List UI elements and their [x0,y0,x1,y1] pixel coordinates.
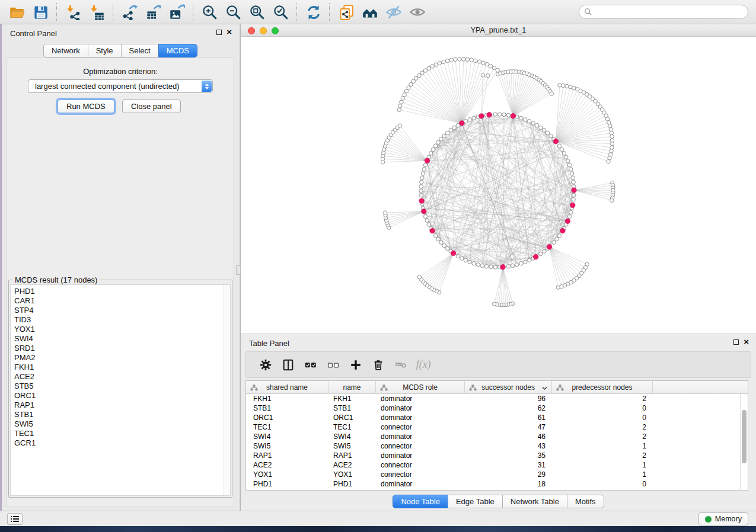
column-header-predecessor-nodes[interactable]: predecessor nodes [552,381,653,394]
panel-menu-button[interactable] [7,513,23,525]
close-panel-icon[interactable]: × [227,28,232,36]
delete-columns-icon [394,358,407,371]
cell-name: ORC1 [328,413,376,422]
gear-button[interactable] [254,354,277,376]
result-list-item[interactable]: SWI4 [14,334,230,344]
table-row[interactable]: ACE2ACE2connector311 [246,460,748,470]
float-table-panel-icon[interactable] [733,339,739,345]
table-row[interactable]: YOX1YOX1connector291 [246,470,748,479]
result-list-item[interactable]: STB1 [14,410,230,419]
result-list-item[interactable]: PMA2 [14,353,230,363]
close-table-panel-icon[interactable]: × [744,338,749,345]
tab-edge-table[interactable]: Edge Table [448,495,503,508]
column-header-MCDS-role[interactable]: MCDS role [376,381,465,394]
run-mcds-button[interactable]: Run MCDS [58,100,114,113]
result-list-item[interactable]: SRD1 [14,344,230,353]
duplicate-network-button[interactable] [334,2,358,22]
import-table-button[interactable] [85,2,109,22]
result-list-item[interactable]: STB5 [14,382,230,391]
zoom-selected-button[interactable] [269,2,292,22]
tab-network[interactable]: Network [43,44,88,57]
split-columns-button[interactable] [277,354,299,376]
cell-predecessor-nodes: 2 [552,422,653,432]
network-window-titlebar[interactable]: YPA_prune.txt_1 [241,24,756,37]
column-header-successor-nodes[interactable]: successor nodes [465,381,552,394]
search-box[interactable] [579,5,748,19]
table-row[interactable]: SWI5SWI5connector431 [246,441,748,451]
cell-MCDS-role: dominator [376,432,465,441]
cell-successor-nodes: 18 [465,479,552,489]
table-row[interactable]: FKH1FKH1dominator962 [246,394,748,403]
criterion-select[interactable]: largest connected component (undirected) [28,79,213,93]
cell-successor-nodes: 61 [465,413,552,422]
split-columns-icon [282,358,295,371]
column-header-shared-name[interactable]: shared name [246,381,328,394]
result-list-item[interactable]: TEC1 [14,429,230,438]
result-list-item[interactable]: CAR1 [14,296,230,306]
export-table-button[interactable] [141,2,165,22]
table-scrollbar-thumb[interactable] [742,410,747,463]
tab-node-table[interactable]: Node Table [393,495,448,508]
result-list-item[interactable]: YOX1 [14,325,230,334]
deselect-all-button[interactable] [322,354,344,376]
mcds-result-groupbox: MCDS result (17 nodes) PHD1CAR1STP4TID3Y… [8,275,232,498]
result-list-scrollbar[interactable] [224,285,230,495]
zoom-out-button[interactable] [221,2,245,22]
hide-selected-button[interactable] [381,2,405,22]
first-neighbors-button[interactable] [358,2,381,22]
node-table: shared namenameMCDS rolesuccessor nodesp… [245,380,748,491]
zoom-fit-button[interactable] [245,2,269,22]
refresh-layout-button[interactable] [301,2,325,22]
result-list-item[interactable]: TID3 [14,315,230,325]
result-list-item[interactable]: GCR1 [14,438,230,448]
search-input[interactable] [592,6,748,18]
show-all-button[interactable] [405,2,429,22]
table-row[interactable]: ORC1ORC1dominator610 [246,413,748,422]
table-row[interactable]: SWI4SWI4dominator462 [246,432,748,441]
export-network-button[interactable] [117,2,141,22]
cell-name: SWI4 [328,432,376,441]
tab-style[interactable]: Style [88,44,122,57]
export-image-button[interactable] [165,2,189,22]
result-list-item[interactable]: ORC1 [14,391,230,400]
import-network-button[interactable] [61,2,85,22]
export-table-icon [145,4,161,20]
table-row[interactable]: TEC1TEC1connector472 [246,422,748,432]
network-canvas[interactable] [241,37,756,334]
cell-predecessor-nodes: 1 [552,460,653,470]
delete-row-button[interactable] [367,354,390,376]
tree-icon [469,384,477,392]
splitter-grip[interactable] [236,265,241,275]
first-neighbors-icon [362,4,378,20]
tab-select[interactable]: Select [121,44,159,57]
result-list-item[interactable]: FKH1 [14,363,230,372]
add-row-button[interactable] [344,354,367,376]
table-row[interactable]: PHD1PHD1dominator180 [246,479,748,489]
tab-motifs[interactable]: Motifs [567,495,604,508]
close-panel-button[interactable]: Close panel [122,100,181,113]
select-spinner-icon [202,81,212,92]
save-session-button[interactable] [28,2,52,22]
tab-network-table[interactable]: Network Table [502,495,567,508]
zoom-in-button[interactable] [197,2,221,22]
result-list-item[interactable]: ACE2 [14,372,230,382]
table-row[interactable]: STB1STB1dominator620 [246,403,748,413]
cell-MCDS-role: connector [376,441,465,451]
mcds-result-list[interactable]: PHD1CAR1STP4TID3YOX1SWI4SRD1PMA2FKH1ACE2… [10,284,231,496]
column-header-name[interactable]: name [328,381,376,394]
table-scrollbar[interactable] [740,394,748,490]
select-all-button[interactable] [299,354,322,376]
float-panel-icon[interactable] [216,30,222,35]
tab-mcds[interactable]: MCDS [158,44,197,57]
deselect-all-icon [327,358,340,371]
result-list-item[interactable]: STP4 [14,306,230,315]
cell-MCDS-role: dominator [376,451,465,460]
memory-button[interactable]: Memory [698,512,748,525]
open-file-button[interactable] [5,2,28,22]
network-graph [241,37,756,334]
cell-name: RAP1 [328,451,376,460]
result-list-item[interactable]: SWI5 [14,419,230,429]
result-list-item[interactable]: RAP1 [14,400,230,410]
table-row[interactable]: RAP1RAP1dominator352 [246,451,748,460]
result-list-item[interactable]: PHD1 [14,287,230,296]
